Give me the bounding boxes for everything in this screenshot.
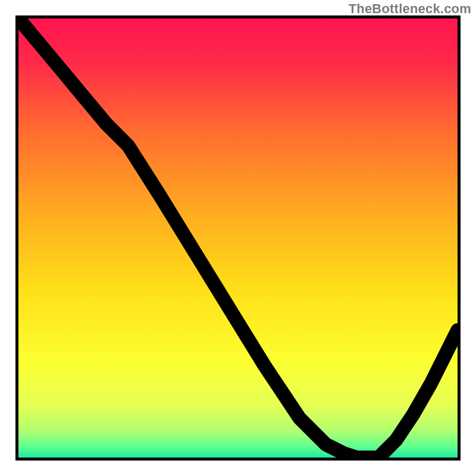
plot-svg <box>18 18 458 458</box>
chart-container: TheBottleneck.com <box>0 0 476 476</box>
plot-area <box>15 15 461 461</box>
background-gradient <box>18 18 458 458</box>
watermark-text: TheBottleneck.com <box>349 1 471 17</box>
